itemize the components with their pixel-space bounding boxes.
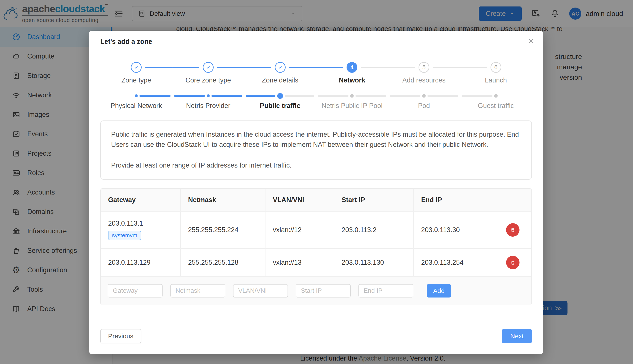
column-header-actions [494,189,531,211]
step-label: Network [339,76,365,84]
step-check-icon [203,62,214,73]
systemvm-tag: systemvm [108,231,141,240]
trash-icon [510,227,516,233]
modal-footer: Previous Next [100,329,532,343]
step-check-icon [131,62,142,73]
vlan-input[interactable] [233,284,288,298]
substep-label: Netris Provider [186,102,231,110]
substep-physical-network: Physical Network [100,93,172,110]
step-label: Core zone type [185,76,231,84]
wizard-steps: Zone type Core zone type [100,62,532,84]
cloudstack-app: apachecloudstack™ open source cloud comp… [0,0,633,364]
modal-body: Zone type Core zone type [89,53,543,354]
add-ip-range-button[interactable]: Add [427,284,451,298]
add-ip-range-row: Add [101,276,531,305]
public-traffic-description: Public traffic is generated when Instanc… [100,120,532,180]
previous-button[interactable]: Previous [100,329,141,343]
substep-netris-public-ip-pool: Netris Public IP Pool [316,93,388,110]
cell-end-ip: 203.0.113.30 [414,212,494,248]
cell-gateway: 203.0.113.129 [101,249,181,276]
modal-header: Let's add a zone ✕ [89,31,543,53]
description-paragraph-1: Public traffic is generated when Instanc… [111,130,521,150]
substep-label: Pod [418,102,430,110]
step-zone-details: Zone details [244,62,316,84]
gateway-input[interactable] [108,284,163,298]
table-row: 203.0.113.1 systemvm 255.255.255.224 vxl… [101,211,531,248]
step-label: Zone type [121,76,151,84]
end-ip-input[interactable] [358,284,413,298]
cell-gateway: 203.0.113.1 systemvm [101,212,181,248]
trash-icon [510,259,516,266]
step-network: 4 Network [316,62,388,84]
table-row: 203.0.113.129 255.255.255.128 vxlan://13… [101,248,531,276]
substep-guest-traffic: Guest traffic [460,93,532,110]
delete-ip-range-button[interactable] [506,256,520,269]
step-label: Add resources [402,76,446,84]
column-header-gateway: Gateway [101,189,181,211]
cell-actions [494,249,531,276]
step-core-zone-type: Core zone type [172,62,244,84]
next-button[interactable]: Next [502,329,532,343]
step-check-icon [275,62,286,73]
close-icon[interactable]: ✕ [528,38,534,45]
column-header-vlan: VLAN/VNI [266,189,334,211]
substep-label: Guest traffic [478,102,514,110]
cell-start-ip: 203.0.113.130 [334,249,414,276]
substep-label: Netris Public IP Pool [321,102,382,110]
step-label: Launch [485,76,507,84]
gateway-value: 203.0.113.1 [108,220,173,227]
step-number: 5 [418,62,429,73]
substep-pod: Pod [388,93,460,110]
cell-vlan: vxlan://13 [266,249,334,276]
wizard-substeps: Physical Network Netris Provider Public … [100,93,532,110]
cell-actions [494,212,531,248]
substep-label: Public traffic [260,102,301,110]
step-launch: 6 Launch [460,62,532,84]
ip-range-table: Gateway Netmask VLAN/VNI Start IP End IP… [100,188,532,305]
substep-label: Physical Network [110,102,162,110]
cell-vlan: vxlan://12 [266,212,334,248]
column-header-netmask: Netmask [181,189,266,211]
substep-netris-provider: Netris Provider [172,93,244,110]
add-zone-modal: Let's add a zone ✕ Zone type [89,31,543,354]
table-header-row: Gateway Netmask VLAN/VNI Start IP End IP [101,189,531,211]
step-zone-type: Zone type [100,62,172,84]
cell-netmask: 255.255.255.128 [181,249,266,276]
cell-start-ip: 203.0.113.2 [334,212,414,248]
netmask-input[interactable] [170,284,225,298]
step-label: Zone details [262,76,298,84]
modal-title: Let's add a zone [100,38,152,46]
start-ip-input[interactable] [296,284,351,298]
step-add-resources: 5 Add resources [388,62,460,84]
cell-end-ip: 203.0.113.254 [414,249,494,276]
column-header-end-ip: End IP [414,189,494,211]
cell-netmask: 255.255.255.224 [181,212,266,248]
delete-ip-range-button[interactable] [506,223,520,236]
description-paragraph-2: Provide at least one range of IP address… [111,160,521,170]
column-header-start-ip: Start IP [334,189,414,211]
step-number: 6 [491,62,501,73]
substep-public-traffic: Public traffic [244,93,316,110]
step-number: 4 [347,62,357,73]
